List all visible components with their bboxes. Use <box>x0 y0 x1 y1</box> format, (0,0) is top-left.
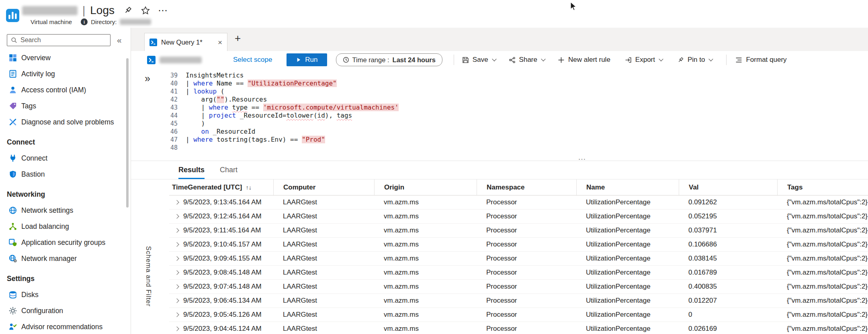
code-line[interactable]: 43 | where type == 'microsoft.compute/vi… <box>131 104 868 112</box>
sidebar-scrollbar[interactable] <box>126 58 129 208</box>
cell-tags: {"vm.azm.ms/totalCpus":2} <box>777 196 868 209</box>
cell-namespace: Processor <box>477 280 576 293</box>
column-header-val[interactable]: Val <box>679 179 777 195</box>
code-line[interactable]: 42 arg("").Resources <box>131 96 868 104</box>
new-tab-button[interactable]: + <box>235 33 241 46</box>
network-settings-icon <box>9 206 17 214</box>
column-header-timegenerated[interactable]: TimeGenerated [UTC] ↑↓ <box>169 179 273 195</box>
row-expand-chevron-icon[interactable] <box>174 326 179 331</box>
cell-tags: {"vm.azm.ms/totalCpus":2} <box>777 238 868 251</box>
table-row[interactable]: 9/5/2023, 9:05:45.126 AM LAARGtest vm.az… <box>169 308 868 322</box>
tab-results[interactable]: Results <box>178 161 205 179</box>
sidebar-item[interactable]: Diagnose and solve problems <box>0 114 131 130</box>
row-expand-chevron-icon[interactable] <box>174 256 179 261</box>
editor-results-splitter[interactable]: … <box>131 155 868 161</box>
sidebar-item[interactable]: Advisor recommendations <box>0 319 131 334</box>
sidebar-item-label: Diagnose and solve problems <box>21 118 114 126</box>
cell-tags: {"vm.azm.ms/totalCpus":2} <box>777 252 868 265</box>
results-pane: Results Chart TimeGenerated [UTC] ↑↓ Com… <box>131 161 868 334</box>
tab-chart[interactable]: Chart <box>220 161 237 179</box>
table-row[interactable]: 9/5/2023, 9:04:45.124 AM LAARGtest vm.az… <box>169 322 868 334</box>
format-query-button[interactable]: Format query <box>733 56 789 64</box>
table-row[interactable]: 9/5/2023, 9:07:45.148 AM LAARGtest vm.az… <box>169 280 868 294</box>
cell-computer: LAARGtest <box>273 322 374 334</box>
network-manager-icon <box>9 255 17 263</box>
column-header-computer[interactable]: Computer <box>273 179 374 195</box>
pin-blade-icon[interactable] <box>123 6 132 15</box>
cell-namespace: Processor <box>477 224 576 237</box>
sidebar-item-label: Load balancing <box>21 222 69 231</box>
close-tab-icon[interactable]: × <box>218 39 222 46</box>
row-expand-chevron-icon[interactable] <box>174 214 179 218</box>
table-row[interactable]: 9/5/2023, 9:11:45.164 AM LAARGtest vm.az… <box>169 224 868 238</box>
code-line[interactable]: 41| lookup ( <box>131 88 868 96</box>
column-header-tags[interactable]: Tags <box>777 179 868 195</box>
cell-timegenerated: 9/5/2023, 9:07:45.148 AM <box>183 283 262 291</box>
sidebar-item[interactable]: Tags <box>0 98 131 114</box>
row-expand-chevron-icon[interactable] <box>174 200 179 204</box>
code-line[interactable]: 46 on _ResourceId <box>131 128 868 136</box>
overview-icon <box>9 54 17 62</box>
code-line[interactable]: 39InsightsMetrics <box>131 71 868 79</box>
sidebar-item[interactable]: Access control (IAM) <box>0 82 131 98</box>
cell-origin: vm.azm.ms <box>374 308 477 322</box>
column-header-namespace[interactable]: Namespace <box>477 179 576 195</box>
favorite-star-icon[interactable] <box>141 6 150 15</box>
table-row[interactable]: 9/5/2023, 9:06:45.134 AM LAARGtest vm.az… <box>169 294 868 308</box>
sidebar-item[interactable]: Bastion <box>0 166 131 182</box>
export-button[interactable]: Export <box>622 56 665 64</box>
row-expand-chevron-icon[interactable] <box>174 284 179 289</box>
sidebar-item-label: Disks <box>21 291 39 299</box>
code-line[interactable]: 45 ) <box>131 120 868 128</box>
save-button[interactable]: Save <box>460 56 498 64</box>
sidebar-search-box[interactable] <box>7 34 111 46</box>
table-row[interactable]: 9/5/2023, 9:13:45.164 AM LAARGtest vm.az… <box>169 196 868 210</box>
code-line[interactable]: 40| where Name == "UtilizationPercentage… <box>131 79 868 88</box>
sidebar-item[interactable]: Disks <box>0 287 131 303</box>
sidebar-item[interactable]: Application security groups <box>0 234 131 250</box>
code-line[interactable]: 44 | project _ResourceId=tolower(id), ta… <box>131 112 868 120</box>
pin-to-button[interactable]: Pin to <box>675 56 715 64</box>
sidebar-item[interactable]: Activity log <box>0 66 131 82</box>
sort-icon: ↑↓ <box>246 184 252 191</box>
sidebar-section-header: Connect <box>0 134 131 150</box>
code-line[interactable]: 47| where tostring(tags.Env) == "Prod" <box>131 136 868 144</box>
splitter-handle[interactable]: … <box>578 153 587 162</box>
table-row[interactable]: 9/5/2023, 9:08:45.148 AM LAARGtest vm.az… <box>169 266 868 280</box>
tab-new-query-1[interactable]: New Query 1* × <box>144 33 227 51</box>
share-button[interactable]: Share <box>506 56 547 64</box>
table-row[interactable]: 9/5/2023, 9:12:45.164 AM LAARGtest vm.az… <box>169 210 868 224</box>
row-expand-chevron-icon[interactable] <box>174 270 179 275</box>
row-expand-chevron-icon[interactable] <box>174 242 179 246</box>
row-expand-chevron-icon[interactable] <box>174 228 179 232</box>
row-expand-chevron-icon[interactable] <box>174 312 179 317</box>
bastion-icon <box>9 170 17 178</box>
expand-schema-pane-button[interactable]: » <box>145 73 150 84</box>
run-button[interactable]: Run <box>287 53 327 66</box>
select-scope-link[interactable]: Select scope <box>233 56 272 64</box>
time-range-picker[interactable]: Time range : Last 24 hours <box>336 53 442 66</box>
sidebar-item[interactable]: Configuration <box>0 303 131 319</box>
column-header-name[interactable]: Name <box>576 179 679 195</box>
code-line[interactable]: 48 <box>131 144 868 152</box>
row-expand-chevron-icon[interactable] <box>174 298 179 303</box>
sidebar-item[interactable]: Network settings <box>0 202 131 218</box>
new-alert-rule-button[interactable]: New alert rule <box>555 56 613 64</box>
cell-computer: LAARGtest <box>273 280 374 293</box>
cell-origin: vm.azm.ms <box>374 294 477 308</box>
sidebar-item[interactable]: Connect <box>0 150 131 166</box>
table-row[interactable]: 9/5/2023, 9:10:45.157 AM LAARGtest vm.az… <box>169 238 868 252</box>
query-editor[interactable]: 39InsightsMetrics40| where Name == "Util… <box>131 69 868 155</box>
cell-tags: {"vm.azm.ms/totalCpus":2} <box>777 224 868 237</box>
search-input[interactable] <box>20 37 106 44</box>
column-header-origin[interactable]: Origin <box>374 179 477 195</box>
table-row[interactable]: 9/5/2023, 9:09:45.155 AM LAARGtest vm.az… <box>169 252 868 266</box>
sidebar-item[interactable]: Network manager <box>0 250 131 267</box>
diagnose-icon <box>9 118 17 126</box>
schema-and-filter-tab[interactable]: Schema and Filter <box>145 246 152 307</box>
collapse-sidebar-button[interactable]: « <box>117 35 122 45</box>
time-range-value: Last 24 hours <box>393 56 436 64</box>
more-options-icon[interactable]: ⋯ <box>158 5 168 16</box>
sidebar-item[interactable]: Overview <box>0 50 131 66</box>
sidebar-item[interactable]: Load balancing <box>0 218 131 234</box>
